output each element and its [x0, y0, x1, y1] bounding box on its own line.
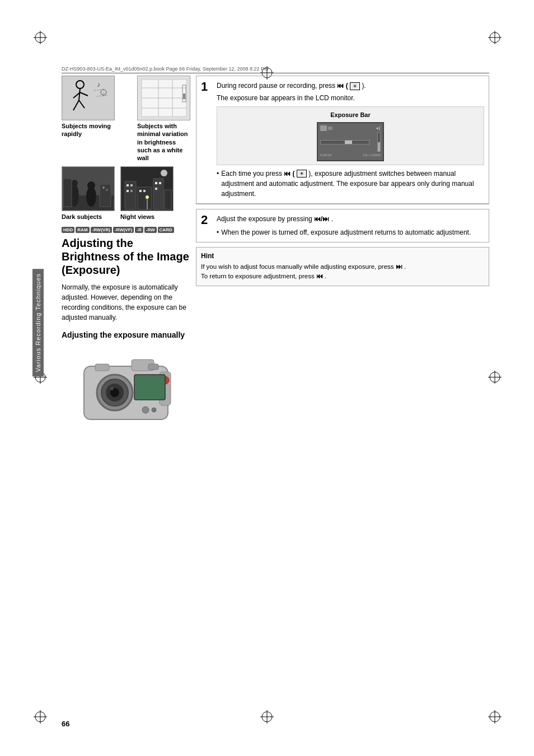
- svg-point-71: [161, 170, 167, 176]
- subject-dark: Dark subjects: [62, 166, 115, 221]
- svg-point-84: [142, 407, 149, 413]
- header-text: DZ-HS903-803-US-Ea_IM_v01d05n02.p.book P…: [62, 66, 269, 72]
- badge-rwvr: -RW(VR): [91, 227, 112, 233]
- device-badges: HDD RAM -RW(VR) -RW(VF) -R -RW CARD: [62, 227, 190, 233]
- step2-bullet-text: When the power is turned off, exposure a…: [221, 227, 471, 237]
- lcd-exposure-bar: [320, 140, 369, 144]
- hint-box: Hint If you wish to adjust focus manuall…: [196, 247, 489, 287]
- step1-bullet-text: Each time you press ⏮ ( ☀ ), exposure ad…: [221, 169, 484, 199]
- subject-moving-image: ♪ ○: [62, 76, 115, 120]
- lcd-middle-row: [320, 132, 381, 152]
- step2-content: Adjust the exposure by pressing ⏮/⏭ . • …: [217, 214, 484, 237]
- rewind-icon: ⏮ (: [337, 82, 350, 90]
- svg-rect-58: [153, 179, 163, 209]
- reg-mark-bc: [260, 710, 274, 725]
- svg-rect-67: [159, 182, 161, 184]
- exposure-icon2: ☀: [297, 170, 307, 178]
- ff-icon: ⏭: [396, 263, 402, 270]
- step2-header: 2 Adjust the exposure by pressing ⏮/⏭ . …: [196, 209, 489, 242]
- svg-rect-83: [134, 375, 165, 400]
- subject-night: Night views: [120, 166, 174, 221]
- reg-mark-mr: [488, 371, 502, 386]
- right-column: 1 During record pause or recording, pres…: [196, 76, 489, 286]
- svg-rect-62: [127, 190, 129, 192]
- section-title: Adjusting the Brightness of the Image (E…: [62, 236, 190, 277]
- exposure-icon: ☀: [350, 82, 360, 90]
- lcd-bar-area: [320, 140, 375, 144]
- svg-rect-51: [100, 184, 111, 207]
- svg-rect-61: [130, 184, 133, 186]
- svg-point-77: [110, 387, 114, 390]
- rewind-ff-icons: ⏮/⏭: [314, 215, 329, 223]
- subject-night-image: [120, 166, 174, 211]
- svg-point-85: [152, 408, 156, 412]
- bullet-symbol2: •: [217, 227, 219, 237]
- hint-title: Hint: [201, 252, 484, 260]
- subject-wall: Subjects with minimal variation in brigh…: [137, 76, 190, 162]
- lcd-screen: ●‖: [317, 122, 384, 161]
- svg-point-48: [71, 180, 78, 186]
- svg-rect-52: [63, 179, 72, 207]
- badge-ram: RAM: [76, 227, 89, 233]
- step1-number: 1: [201, 81, 212, 93]
- svg-rect-68: [155, 188, 157, 190]
- badge-rw: -RW: [144, 227, 157, 233]
- step1-instruction: During record pause or recording, press …: [217, 81, 484, 91]
- svg-rect-64: [139, 190, 142, 192]
- step2-container: 2 Adjust the exposure by pressing ⏮/⏭ . …: [196, 209, 489, 242]
- subject-dark-image: [62, 166, 115, 211]
- lcd-text-right: ●‖: [376, 125, 381, 132]
- svg-rect-44: [183, 94, 185, 99]
- caption-wall: Subjects with minimal variation in brigh…: [137, 122, 190, 162]
- lcd-icon2: [328, 127, 332, 130]
- subjects-bottom-row: Dark subjects: [62, 166, 190, 221]
- svg-rect-65: [143, 190, 146, 192]
- page: DZ-HS903-803-US-Ea_IM_v01d05n02.p.book P…: [0, 0, 534, 756]
- svg-point-54: [106, 189, 107, 191]
- reg-mark-br: [488, 710, 502, 725]
- svg-point-49: [86, 186, 96, 207]
- step2-instruction: Adjust the exposure by pressing ⏮/⏭ .: [217, 214, 484, 224]
- step1-bullet: • Each time you press ⏮ ( ☀ ), exposure …: [217, 169, 484, 199]
- lcd-icon1: [320, 125, 327, 131]
- lcd-bar-fill: [345, 141, 352, 144]
- reg-mark-bl: [34, 710, 47, 725]
- svg-point-70: [146, 195, 149, 199]
- step2-number: 2: [201, 214, 212, 226]
- step1-instruction2: The exposure bar appears in the LCD moni…: [217, 93, 484, 103]
- lcd-bottom-row: 0:00:00 1/3 / 1/2000: [320, 153, 381, 158]
- badge-card: CARD: [158, 227, 174, 233]
- svg-rect-59: [165, 190, 171, 209]
- svg-rect-66: [155, 182, 157, 184]
- lcd-vert-bar: [377, 132, 381, 152]
- svg-rect-24: [63, 77, 114, 119]
- header-bar: DZ-HS903-803-US-Ea_IM_v01d05n02.p.book P…: [62, 66, 489, 73]
- subjects-top-row: ♪ ○ Subjects moving rapidly: [62, 76, 190, 162]
- reg-mark-tl: [34, 31, 47, 46]
- svg-rect-80: [95, 364, 109, 371]
- step2-bullet: • When the power is turned off, exposure…: [217, 227, 484, 237]
- rewind-icon2: ⏮ (: [284, 170, 294, 178]
- left-column: ♪ ○ Subjects moving rapidly: [62, 76, 190, 432]
- badge-r: -R: [135, 227, 143, 233]
- lcd-time-right: 1/3 / 1/2000: [363, 153, 381, 158]
- lcd-icons-left: [320, 125, 332, 131]
- rewind-icon3: ⏮: [316, 273, 323, 279]
- page-number: 66: [62, 720, 69, 728]
- section-body: Normally, the exposure is automatically …: [62, 282, 190, 323]
- step1-container: 1 During record pause or recording, pres…: [196, 76, 489, 204]
- bullet-symbol: •: [217, 169, 219, 199]
- svg-point-50: [87, 181, 95, 189]
- caption-night: Night views: [120, 213, 174, 221]
- lcd-vert-fill: [378, 142, 380, 152]
- step1-content: During record pause or recording, press …: [217, 81, 484, 199]
- sidebar-label: Various Recording Techniques: [32, 269, 44, 376]
- lcd-time-left: 0:00:00: [320, 153, 331, 158]
- badge-hdd: HDD: [62, 227, 74, 233]
- caption-moving: Subjects moving rapidly: [62, 122, 132, 138]
- content-area: ♪ ○ Subjects moving rapidly: [62, 76, 489, 711]
- badge-rwvf: -RW(VF): [113, 227, 134, 233]
- svg-rect-79: [148, 364, 158, 370]
- exposure-bar-box: Exposure Bar ●‖: [217, 106, 484, 165]
- svg-point-53: [102, 186, 105, 189]
